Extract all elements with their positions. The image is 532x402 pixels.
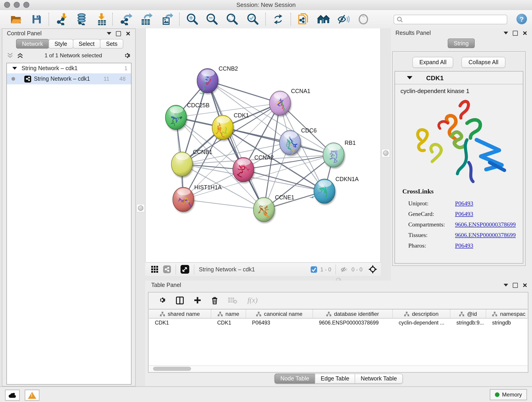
left-splitter-handle[interactable] [137,204,145,212]
show-panel-button[interactable] [357,13,370,26]
app-store-button[interactable] [5,390,20,401]
panel-close-icon[interactable]: ✕ [126,31,131,36]
panel-close-icon[interactable]: ✕ [522,282,527,288]
detach-view-button[interactable] [181,265,189,274]
network-edge[interactable] [183,199,264,210]
save-session-button[interactable] [30,13,43,26]
network-node-CDC6[interactable]: CDC6 [279,127,317,155]
panel-float-icon[interactable] [116,31,121,36]
network-node-CCNA1[interactable]: CCNA1 [269,88,310,115]
column-header-database-identifier[interactable]: database identifier [313,309,393,318]
network-canvas[interactable]: CCNB2CCNA1CDC25BCDK1CDC6RB1CCNB1CCNA2CDK… [145,28,381,262]
home-button[interactable] [317,13,330,26]
export-table-button[interactable] [140,13,152,26]
tab-node-table[interactable]: Node Table [274,374,315,384]
zoom-selected-button[interactable] [247,13,259,26]
import-table-button[interactable] [96,13,109,26]
open-session-button[interactable] [10,13,22,26]
show-columns-icon[interactable] [176,296,184,304]
table-cell[interactable]: 9606.ENSP00000378699 [313,319,393,327]
crosslink-value-link[interactable]: 9606.ENSP00000378699 [455,221,516,228]
gene-section-header[interactable]: CDK1 [395,71,523,84]
node-gloss-highlight [170,106,183,113]
import-database-button[interactable] [76,13,89,26]
crosslink-value-link[interactable]: P06493 [455,210,473,217]
left-splitter[interactable] [136,28,145,386]
panel-close-icon[interactable]: ✕ [522,30,527,36]
network-collection-row[interactable]: String Network – cdk1 1 [7,63,131,73]
birds-eye-icon[interactable] [368,265,377,274]
table-cell[interactable]: CDK1 [149,319,211,327]
table-cell[interactable]: stringdb:9... [450,319,486,327]
export-network-button[interactable] [120,13,133,26]
panel-menu-icon[interactable] [107,32,111,35]
zoom-fit-button[interactable] [226,13,239,26]
crosslink-value-link[interactable]: P06493 [455,200,473,207]
network-graph[interactable]: CCNB2CCNA1CDC25BCDK1CDC6RB1CCNB1CCNA2CDK… [146,28,380,262]
import-network-button[interactable] [56,13,69,26]
collection-caret-icon[interactable] [12,67,17,70]
tab-network[interactable]: Network [16,39,49,49]
refresh-button[interactable] [272,13,285,26]
collapse-all-button[interactable]: Collapse All [462,57,505,68]
right-splitter[interactable] [381,28,390,281]
table-cell[interactable]: stringdb [486,319,527,327]
warnings-button[interactable] [25,390,39,401]
add-column-icon[interactable] [194,297,201,304]
column-header-namespac[interactable]: namespac [486,309,527,318]
network-node-CCNE1[interactable]: CCNE1 [253,194,294,222]
tab-style[interactable]: Style [49,39,73,49]
network-share-view-icon[interactable] [163,265,171,273]
network-node-RB1[interactable]: RB1 [323,140,356,167]
network-row[interactable]: String Network – cdk1 11 48 [7,73,131,84]
right-splitter-handle[interactable] [382,149,390,157]
tab-string[interactable]: String [448,38,475,48]
memory-button[interactable]: Memory [490,389,527,400]
tab-select[interactable]: Select [73,39,101,49]
expand-all-button[interactable]: Expand All [413,57,453,68]
column-header-name[interactable]: name [211,309,246,318]
column-header-@id[interactable]: @id [450,309,486,318]
table-row[interactable]: CDK1CDK1P064939606.ENSP00000378699cyclin… [149,319,527,327]
column-header-canonical-name[interactable]: canonical name [246,309,313,318]
panel-float-icon[interactable] [513,31,518,36]
table-cell[interactable]: CDK1 [211,319,246,327]
gear-icon[interactable] [123,51,131,59]
collapse-all-icon[interactable] [7,52,13,58]
search-field[interactable] [394,15,507,24]
table-horizontal-scrollbar[interactable] [149,365,527,372]
grid-view-icon[interactable] [151,266,158,273]
hide-panels-button[interactable] [337,13,350,26]
column-header-description[interactable]: description [393,309,450,318]
network-node-CCNB2[interactable]: CCNB2 [197,65,238,94]
string-document-button[interactable] [297,13,310,26]
column-header-shared-name[interactable]: shared name [149,309,211,318]
table-cell[interactable]: P06493 [246,319,313,327]
tab-network-table[interactable]: Network Table [355,374,403,384]
gene-collapse-icon[interactable] [407,76,412,79]
expand-all-icon[interactable] [17,52,23,58]
network-edge[interactable] [223,128,334,155]
panel-menu-icon[interactable] [504,284,508,287]
tab-edge-table[interactable]: Edge Table [315,374,355,384]
crosslink-value-link[interactable]: 9606.ENSP00000378699 [455,231,516,239]
search-input[interactable] [405,16,504,23]
table-settings-gear-icon[interactable] [158,297,166,304]
zoom-in-button[interactable] [186,13,199,26]
hidden-eye-icon[interactable] [340,266,348,273]
zoom-out-button[interactable] [206,13,219,26]
table-cell[interactable]: cyclin-dependent ... [393,319,450,327]
panel-float-icon[interactable] [513,283,518,288]
delete-column-icon[interactable] [211,296,218,304]
network-node-CDKN1A[interactable]: CDKN1A [310,176,359,203]
scrollbar-thumb[interactable] [153,367,191,371]
export-image-button[interactable] [160,13,173,26]
selected-checkbox-icon[interactable] [311,266,317,273]
network-edge[interactable] [243,170,324,191]
network-edge[interactable] [208,81,280,103]
crosslink-value-link[interactable]: P06493 [455,242,473,249]
panel-menu-icon[interactable] [504,32,508,34]
tab-sets[interactable]: Sets [100,39,123,49]
network-node-HIST1H1A[interactable]: HIST1H1A [173,184,222,211]
help-button[interactable]: ? [516,14,527,24]
